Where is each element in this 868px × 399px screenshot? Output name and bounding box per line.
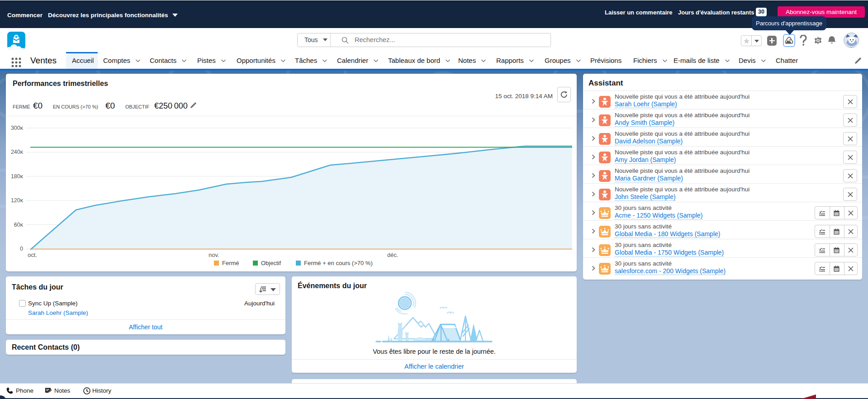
svg-text:nov.: nov. — [209, 252, 219, 258]
svg-text:déc.: déc. — [387, 252, 398, 258]
svg-text:240ᴋ: 240ᴋ — [11, 149, 24, 155]
svg-text:0: 0 — [20, 246, 23, 252]
svg-text:120ᴋ: 120ᴋ — [11, 197, 24, 204]
svg-text:180ᴋ: 180ᴋ — [11, 173, 24, 180]
svg-text:Fermé: Fermé — [222, 260, 239, 266]
svg-text:Fermé + en cours (>70 %): Fermé + en cours (>70 %) — [304, 260, 373, 266]
svg-text:300ᴋ: 300ᴋ — [11, 125, 24, 131]
svg-text:60ᴋ: 60ᴋ — [14, 222, 24, 228]
svg-text:oct.: oct. — [28, 252, 37, 258]
svg-text:Objectif: Objectif — [261, 260, 281, 266]
